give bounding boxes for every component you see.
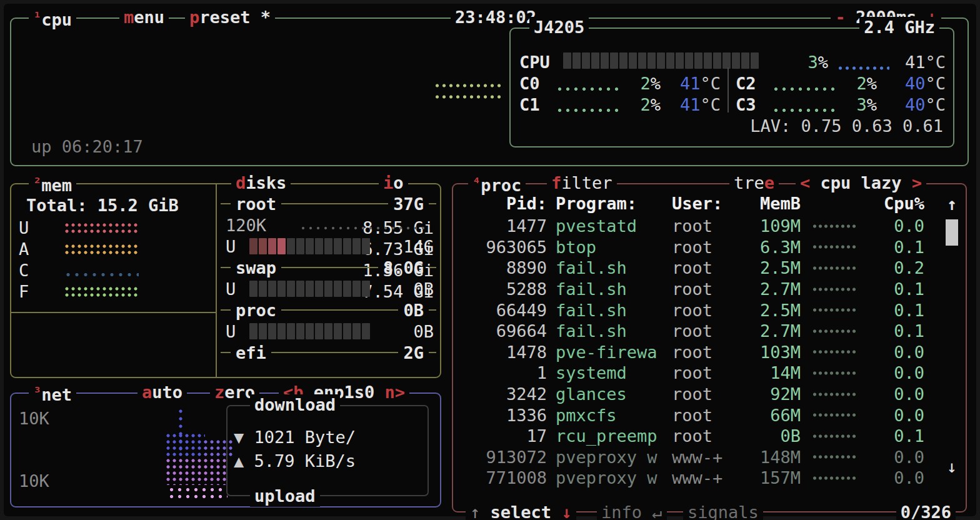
- disk-proc-used-row: U 0B: [226, 321, 434, 342]
- mem-used-label: U: [19, 218, 51, 238]
- sort-selector[interactable]: < cpu lazy >: [796, 172, 926, 194]
- header-pid[interactable]: Pid:: [459, 194, 547, 213]
- scroll-down-icon[interactable]: ↓: [947, 457, 957, 476]
- cpu-detail-box: J4205 2.4 GHz CPU 3% 41°C C0 2% 41°C C1 …: [509, 28, 954, 148]
- proc-program: fail.sh: [556, 301, 663, 320]
- select-up-icon[interactable]: ↑: [470, 502, 480, 520]
- proc-row[interactable]: 1478 pve-firewa root 103M 0.0: [453, 342, 938, 363]
- upload-speed: ▲ 5.79 KiB/s: [234, 451, 356, 471]
- proc-row[interactable]: 771008 pveproxy w www-+ 157M 0.0: [453, 468, 938, 489]
- net-panel-title[interactable]: ³net: [29, 382, 76, 403]
- proc-pid: 8890: [459, 258, 547, 278]
- tree-toggle[interactable]: tree: [729, 172, 779, 194]
- preset-button[interactable]: preset *: [185, 7, 275, 28]
- scroll-up-icon[interactable]: ↑: [947, 194, 957, 214]
- header-cpu[interactable]: Cpu%: [868, 194, 924, 213]
- net-auto-toggle[interactable]: auto: [138, 382, 187, 403]
- proc-panel-title[interactable]: ⁴proc: [468, 172, 526, 194]
- select-down-icon[interactable]: ↓: [561, 502, 571, 520]
- signals-label: signals: [688, 502, 759, 520]
- mem-title-label: mem: [41, 176, 72, 195]
- mem-panel-title[interactable]: ²mem: [29, 172, 76, 194]
- proc-cpu-pct: 0.0: [868, 363, 924, 382]
- sort-prev-button[interactable]: <: [800, 173, 810, 192]
- proc-user: root: [672, 384, 729, 404]
- iface-next-button[interactable]: n>: [385, 382, 406, 402]
- core-c2-graph-dots: [772, 86, 834, 92]
- proc-user: root: [672, 258, 729, 278]
- disk-swap-name: swap: [231, 258, 281, 278]
- proc-row[interactable]: 1 systemd root 14M 0.0: [453, 362, 938, 384]
- mem-free-dots: [64, 286, 139, 299]
- mem-used-dots: [64, 222, 139, 235]
- proc-table-body: 1477 pvestatd root 109M 0.0 963065 btop …: [453, 216, 938, 489]
- proc-row[interactable]: 69664 fail.sh root 2.7M 0.1: [453, 321, 938, 342]
- mem-hotkey: ²: [33, 175, 41, 191]
- proc-row[interactable]: 8890 fail.sh root 2.5M 0.2: [453, 258, 938, 279]
- proc-mem: 103M: [738, 342, 801, 362]
- proc-cpu-pct: 0.0: [868, 468, 924, 488]
- clock: 23:48:02: [451, 7, 541, 28]
- tree-hotkey: e: [764, 173, 774, 192]
- proc-mem: 2.7M: [738, 321, 801, 341]
- proc-pid: 3242: [459, 384, 547, 404]
- preset-hotkey: p: [189, 8, 199, 27]
- proc-mem: 14M: [738, 363, 801, 382]
- proc-row[interactable]: 3242 glances root 92M 0.0: [453, 384, 938, 405]
- proc-row[interactable]: 1477 pvestatd root 109M 0.0: [453, 216, 938, 237]
- cpu-total-meter: [563, 52, 759, 69]
- signals-button[interactable]: signals: [683, 502, 763, 520]
- proc-user: root: [672, 216, 729, 236]
- net-upload-dots: [165, 458, 229, 485]
- proc-user: root: [672, 238, 729, 257]
- core-c2-label: C2: [736, 74, 756, 93]
- cpu-panel-title[interactable]: ¹cpu: [29, 7, 76, 28]
- menu-button[interactable]: menu: [119, 7, 169, 28]
- header-program[interactable]: Program:: [556, 194, 663, 213]
- proc-pid: 963065: [459, 238, 547, 257]
- proc-program: fail.sh: [556, 258, 663, 278]
- proc-cpu-pct: 0.0: [868, 448, 924, 467]
- proc-cpu-graph-dots: [809, 306, 859, 314]
- proc-title-label: proc: [481, 176, 521, 195]
- proc-row[interactable]: 913072 pveproxy w www-+ 148M 0.0: [453, 447, 938, 468]
- net-scale-top: 10K: [19, 409, 49, 428]
- proc-row[interactable]: 5288 fail.sh root 2.7M 0.1: [453, 279, 938, 300]
- proc-cpu-pct: 0.1: [868, 426, 924, 446]
- scrollbar-thumb[interactable]: [946, 219, 958, 246]
- proc-row[interactable]: 17 rcu_preemp root 0B 0.1: [453, 426, 938, 447]
- proc-user: root: [672, 406, 729, 425]
- disk-proc-meter: [249, 323, 370, 339]
- proc-pid: 66449: [459, 301, 547, 320]
- filter-button[interactable]: filter: [547, 172, 617, 194]
- header-memb[interactable]: MemB: [738, 194, 801, 213]
- proc-mem: 66M: [738, 406, 801, 425]
- disk-swap-used-value: 0B: [370, 279, 434, 299]
- selection-count: 0/326: [896, 502, 956, 520]
- proc-cpu-graph-dots: [809, 369, 859, 378]
- proc-user: www-+: [672, 468, 729, 488]
- proc-user: www-+: [672, 448, 729, 467]
- mem-available-label: A: [19, 239, 51, 259]
- proc-pid: 913072: [459, 448, 547, 467]
- core-c1-label: C1: [519, 95, 540, 114]
- proc-row[interactable]: 963065 btop root 6.3M 0.1: [453, 237, 938, 258]
- header-user[interactable]: User:: [672, 194, 729, 213]
- proc-row[interactable]: 66449 fail.sh root 2.5M 0.1: [453, 299, 938, 321]
- sort-next-button[interactable]: >: [912, 173, 922, 192]
- disk-efi-header: efi2G: [221, 342, 436, 363]
- load-average: LAV: 0.75 0.63 0.61: [750, 116, 943, 136]
- proc-cpu-pct: 0.0: [868, 406, 924, 425]
- proc-mem: 92M: [738, 384, 801, 404]
- select-control[interactable]: ↑ select ↓: [466, 502, 576, 520]
- auto-label: uto: [152, 382, 182, 402]
- proc-user: root: [672, 279, 729, 299]
- download-speed: ▼ 1021 Byte/: [234, 428, 356, 447]
- disk-root-used-label: U: [226, 237, 249, 256]
- info-button[interactable]: info ↵: [597, 502, 667, 520]
- interval-minus-button[interactable]: -: [835, 8, 845, 27]
- proc-cpu-graph-dots: [809, 474, 859, 482]
- proc-program: pve-firewa: [556, 342, 663, 362]
- proc-row[interactable]: 1336 pmxcfs root 66M 0.0: [453, 404, 938, 426]
- proc-mem: 157M: [738, 468, 801, 488]
